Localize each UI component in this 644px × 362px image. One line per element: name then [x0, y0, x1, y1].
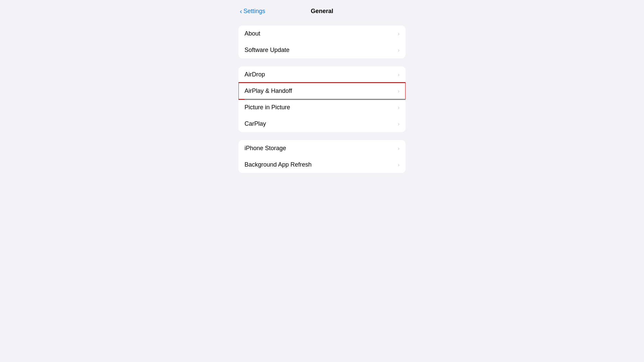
section-storage: iPhone Storage › Background App Refresh …	[238, 140, 406, 173]
carplay-chevron-icon: ›	[398, 121, 399, 127]
picture-in-picture-item[interactable]: Picture in Picture ›	[238, 99, 406, 116]
software-update-chevron-icon: ›	[398, 47, 399, 53]
iphone-storage-chevron-icon: ›	[398, 145, 399, 152]
back-chevron-icon: ‹	[240, 8, 242, 14]
section-connectivity: AirDrop › AirPlay & Handoff › Picture in…	[238, 66, 406, 132]
back-button[interactable]: ‹ Settings	[240, 8, 265, 15]
section-general-info: About › Software Update ›	[238, 25, 406, 58]
back-label: Settings	[244, 8, 265, 15]
header: ‹ Settings General	[233, 0, 411, 20]
background-app-refresh-item[interactable]: Background App Refresh ›	[238, 157, 406, 173]
background-app-refresh-label: Background App Refresh	[245, 161, 312, 168]
background-app-refresh-chevron-icon: ›	[398, 162, 399, 168]
airdrop-label: AirDrop	[245, 71, 265, 78]
screen-container: ‹ Settings General About › Software Upda…	[233, 0, 411, 362]
about-chevron-icon: ›	[398, 31, 399, 37]
airplay-handoff-item[interactable]: AirPlay & Handoff ›	[238, 83, 406, 99]
airdrop-chevron-icon: ›	[398, 72, 399, 78]
iphone-storage-item[interactable]: iPhone Storage ›	[238, 140, 406, 157]
airplay-handoff-chevron-icon: ›	[398, 88, 399, 94]
airdrop-item[interactable]: AirDrop ›	[238, 66, 406, 83]
software-update-label: Software Update	[245, 47, 289, 54]
picture-in-picture-label: Picture in Picture	[245, 104, 290, 111]
carplay-label: CarPlay	[245, 120, 266, 127]
picture-in-picture-chevron-icon: ›	[398, 105, 399, 111]
about-item[interactable]: About ›	[238, 25, 406, 42]
airplay-handoff-label: AirPlay & Handoff	[245, 87, 292, 95]
page-title: General	[311, 8, 333, 15]
content: About › Software Update › AirDrop › AirP…	[233, 20, 411, 362]
software-update-item[interactable]: Software Update ›	[238, 42, 406, 58]
about-label: About	[245, 30, 260, 37]
carplay-item[interactable]: CarPlay ›	[238, 116, 406, 132]
iphone-storage-label: iPhone Storage	[245, 145, 286, 152]
